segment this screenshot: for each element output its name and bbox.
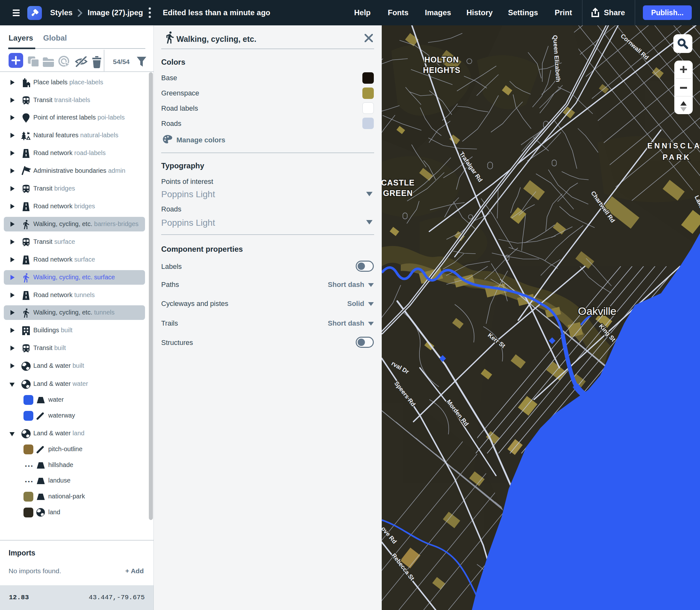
svg-text:Oakville: Oakville bbox=[578, 305, 617, 317]
svg-text:HEIGHTS: HEIGHTS bbox=[423, 66, 461, 75]
svg-text:HOLTON: HOLTON bbox=[424, 55, 459, 64]
svg-text:ENNISCLARE: ENNISCLARE bbox=[647, 141, 700, 150]
svg-text:GREEN: GREEN bbox=[383, 189, 413, 197]
svg-text:PARK: PARK bbox=[663, 153, 691, 161]
svg-text:CASTLE: CASTLE bbox=[382, 178, 415, 187]
